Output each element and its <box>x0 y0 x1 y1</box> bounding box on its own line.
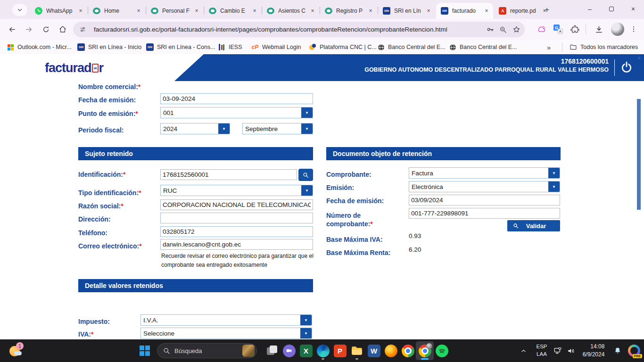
chevron-down-icon[interactable]: ▼ <box>218 123 230 134</box>
chevron-down-icon[interactable]: ▼ <box>548 181 560 192</box>
close-icon[interactable]: × <box>135 7 142 15</box>
tab-facturador-active[interactable]: SRI facturado × <box>436 3 493 19</box>
fecha-emision-input[interactable] <box>160 93 313 104</box>
pdf-app-button[interactable]: P <box>331 341 349 360</box>
all-bookmarks-button[interactable]: Todos los marcadores <box>570 41 638 53</box>
correo-input[interactable] <box>160 239 313 250</box>
notifications-button[interactable] <box>610 341 625 360</box>
chevron-down-icon[interactable]: ▼ <box>301 107 313 118</box>
password-key-icon[interactable] <box>483 25 496 33</box>
spotify-button[interactable] <box>433 341 451 360</box>
edge-button[interactable] <box>314 341 332 360</box>
chevron-down-icon[interactable]: ▼ <box>548 168 560 178</box>
weather-extension-icon[interactable] <box>535 23 548 36</box>
firefox-button[interactable] <box>382 341 400 360</box>
tab-whatsapp[interactable]: WhatsApp × <box>30 3 87 19</box>
tab-registro[interactable]: Registro P × <box>320 3 377 19</box>
site-settings-tune-icon[interactable] <box>76 26 89 33</box>
downloads-button[interactable] <box>592 23 605 36</box>
new-tab-button[interactable]: + <box>541 4 553 16</box>
copilot-button[interactable]: PRE <box>625 341 643 360</box>
punto-emision-dropdown[interactable]: 001 ▼ <box>160 107 313 118</box>
comprobante-dropdown[interactable]: Factura ▼ <box>409 167 560 179</box>
close-icon[interactable]: × <box>309 7 316 15</box>
validar-button[interactable]: Validar <box>507 220 560 231</box>
bookmark-webmail[interactable]: cP Webmail Login <box>251 41 301 53</box>
scroll-up-arrow-icon[interactable] <box>637 56 641 59</box>
tab-home[interactable]: Home × <box>88 3 145 19</box>
forward-button[interactable] <box>22 22 36 36</box>
tray-chevron-up-button[interactable] <box>516 341 530 360</box>
clock-date[interactable]: 14:086/9/2024 <box>578 341 609 360</box>
periodo-anio-dropdown[interactable]: 2024 ▼ <box>160 123 230 134</box>
widgets-weather-button[interactable]: 1 <box>8 342 27 359</box>
bookmark-outlook[interactable]: Outlook.com - Micr... <box>7 41 72 53</box>
url-text[interactable]: facturadorsri.sri.gob.ec/portal-facturad… <box>94 26 483 33</box>
direccion-input[interactable] <box>160 213 313 223</box>
excel-button[interactable]: X <box>297 341 315 360</box>
profile-avatar[interactable] <box>611 23 624 36</box>
chrome-button[interactable] <box>399 341 417 360</box>
word-button[interactable]: W <box>365 341 383 360</box>
chevron-down-icon[interactable]: ▼ <box>301 185 313 196</box>
close-icon[interactable]: × <box>367 7 374 15</box>
start-button[interactable] <box>136 341 154 360</box>
iva-dropdown[interactable]: Seleccione ▼ <box>140 328 312 339</box>
language-indicator[interactable]: ESPLAA <box>532 341 552 360</box>
reload-button[interactable] <box>39 22 53 36</box>
chrome-active-window-button[interactable] <box>416 341 434 360</box>
bookmark-sri-inicio[interactable]: SRI SRI en Línea - Inicio <box>77 41 141 53</box>
bookmarks-overflow-button[interactable]: » <box>547 41 551 53</box>
close-icon[interactable]: × <box>77 7 84 15</box>
identificacion-search-button[interactable] <box>298 169 313 181</box>
doc-fecha-emision-input[interactable] <box>409 195 560 206</box>
tab-search-button[interactable] <box>12 4 27 16</box>
search-daily-image[interactable] <box>242 345 255 357</box>
tab-sri-en-linea[interactable]: SRI SRI en Lín × <box>378 3 435 19</box>
chevron-down-icon[interactable]: ▼ <box>301 123 313 134</box>
page-scrollbar[interactable] <box>636 54 644 339</box>
window-maximize-button[interactable] <box>601 0 622 18</box>
chat-app-button[interactable] <box>280 341 298 360</box>
home-button[interactable] <box>56 22 70 36</box>
tab-personal[interactable]: Personal F × <box>146 3 203 19</box>
bookmark-cnc[interactable]: Plataforma CNC | C... <box>309 41 377 53</box>
cast-display-button[interactable] <box>551 341 565 360</box>
periodo-mes-dropdown[interactable]: Septiembre ▼ <box>242 123 313 134</box>
language-line2: LAA <box>536 351 547 358</box>
tab-asientos[interactable]: Asientos C × <box>262 3 319 19</box>
bookmark-sri-consultas[interactable]: SRI SRI en Línea - Cons... <box>146 41 215 53</box>
bookmark-banco-central-2[interactable]: Banco Central del E... <box>449 41 517 53</box>
numero-comprobante-input[interactable] <box>409 208 560 219</box>
close-icon[interactable]: × <box>483 7 490 15</box>
translate-extension-icon[interactable]: G A <box>552 23 565 36</box>
address-bar[interactable]: facturadorsri.sri.gob.ec/portal-facturad… <box>73 22 525 37</box>
taskbar-search-box[interactable]: Búsqueda <box>157 343 257 358</box>
volume-button[interactable] <box>564 341 578 360</box>
razon-social-input[interactable] <box>160 199 313 210</box>
bookmark-star-icon[interactable] <box>510 25 523 33</box>
zoom-out-icon[interactable] <box>496 26 510 33</box>
bookmark-iess[interactable]: IESS <box>218 41 242 53</box>
task-view-button[interactable] <box>263 341 281 360</box>
identificacion-input[interactable] <box>160 169 297 180</box>
extensions-puzzle-icon[interactable] <box>568 23 581 36</box>
close-icon[interactable]: × <box>251 7 258 15</box>
back-button[interactable] <box>5 22 19 36</box>
chevron-down-icon[interactable]: ▼ <box>300 328 312 338</box>
tab-cambio[interactable]: Cambio E × <box>204 3 261 19</box>
chevron-down-icon[interactable]: ▼ <box>300 315 312 325</box>
logout-power-button[interactable] <box>619 60 634 74</box>
scrollbar-thumb[interactable] <box>637 99 641 210</box>
window-minimize-button[interactable]: – <box>579 0 601 18</box>
browser-menu-kebab-icon[interactable] <box>627 23 640 36</box>
file-explorer-button[interactable] <box>348 341 366 360</box>
tipo-identificacion-dropdown[interactable]: RUC ▼ <box>160 185 313 196</box>
bookmark-banco-central-1[interactable]: Banco Central del E... <box>377 41 446 53</box>
telefono-input[interactable] <box>160 226 313 237</box>
close-icon[interactable]: × <box>425 7 432 15</box>
window-close-button[interactable]: × <box>622 0 644 18</box>
close-icon[interactable]: × <box>193 7 200 15</box>
impuesto-dropdown[interactable]: I.V.A. ▼ <box>140 314 312 326</box>
emision-dropdown[interactable]: Electrónica ▼ <box>409 181 560 192</box>
